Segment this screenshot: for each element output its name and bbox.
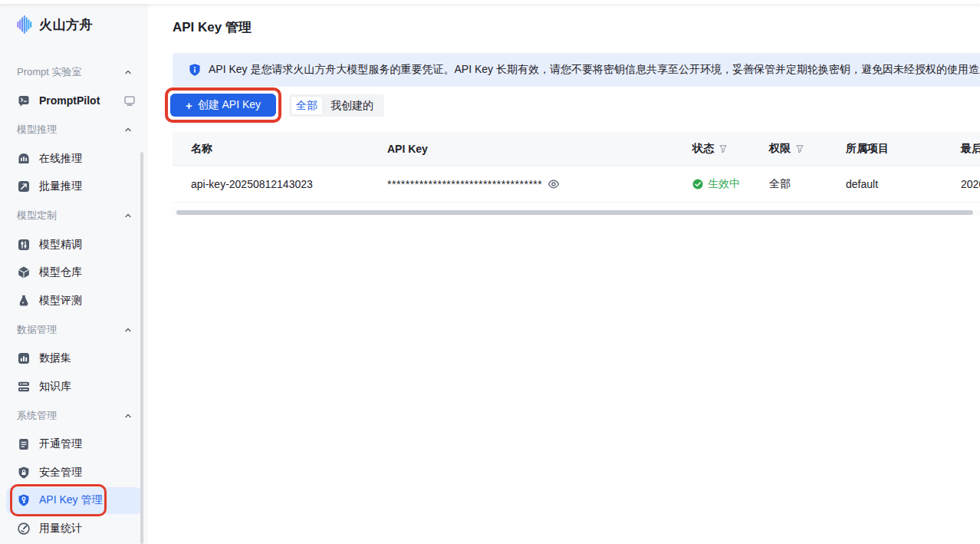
shield-key-icon — [17, 493, 31, 507]
owner-filter-tabs: 全部 我创建的 — [289, 94, 384, 117]
chevron-up-icon — [123, 125, 133, 134]
sidebar-item-label: 开通管理 — [39, 437, 136, 451]
terminal-chat-icon — [17, 94, 31, 107]
sidebar-item-label: 模型精调 — [39, 238, 136, 252]
sidebar-item-label: 批量推理 — [39, 180, 136, 193]
api-key-table: 名称 API Key 状态 权限 所属项目 最后 api-key-2025081… — [173, 132, 980, 203]
sidebar-item-batch-inference[interactable]: 批量推理 — [0, 173, 148, 201]
create-api-key-button-wrap: + 创建 API Key — [170, 94, 276, 117]
sidebar-item-api-key-mgmt[interactable]: API Key 管理 — [6, 487, 142, 514]
cube-icon — [17, 265, 31, 279]
column-header-last-time: 最后 — [949, 132, 980, 165]
sidebar-item-dataset[interactable]: 数据集 — [0, 345, 148, 373]
rocket-icon — [17, 180, 31, 193]
bar-chart-icon — [17, 351, 31, 365]
cell-status: 生效中 — [680, 166, 757, 202]
cell-permission: 全部 — [757, 166, 834, 202]
tab-created-by-me[interactable]: 我创建的 — [322, 97, 382, 114]
sidebar-item-model-eval[interactable]: 模型评测 — [0, 287, 148, 315]
gauge-icon — [17, 522, 31, 536]
sidebar-section-model-custom[interactable]: 模型定制 — [0, 201, 148, 231]
section-label: Prompt 实验室 — [17, 65, 82, 79]
column-header-api-key: API Key — [375, 132, 680, 165]
sidebar-item-label: 用量统计 — [39, 522, 136, 536]
sidebar-item-label: API Key 管理 — [39, 493, 130, 507]
shield-info-icon — [188, 63, 202, 77]
banner-text: API Key 是您请求火山方舟大模型服务的重要凭证。API Key 长期有效，… — [209, 63, 980, 77]
column-header-project: 所属项目 — [834, 132, 949, 165]
eye-icon[interactable] — [548, 178, 560, 190]
sidebar-nav: Prompt 实验室 PromptPilot 模型推理 在线推理 批量推理 — [0, 49, 148, 542]
sidebar-item-label: PromptPilot — [39, 94, 123, 107]
sliders-icon — [17, 238, 31, 252]
sidebar-item-label: 数据集 — [39, 351, 136, 365]
flask-icon — [17, 294, 31, 308]
chevron-up-icon — [123, 325, 133, 335]
monitor-icon[interactable] — [123, 94, 136, 107]
create-api-key-button[interactable]: + 创建 API Key — [170, 94, 276, 117]
main-content: API Key 管理 API Key 是您请求火山方舟大模型服务的重要凭证。AP… — [148, 0, 980, 544]
sidebar-item-security-mgmt[interactable]: 安全管理 — [0, 459, 148, 487]
sidebar-item-label: 安全管理 — [39, 466, 136, 480]
check-circle-icon — [692, 179, 703, 190]
sidebar: 火山方舟 Prompt 实验室 PromptPilot 模型推理 在线推理 — [0, 0, 148, 544]
clipboard-icon — [17, 437, 31, 451]
cell-project: default — [834, 166, 949, 202]
tab-all[interactable]: 全部 — [291, 97, 322, 114]
column-header-status: 状态 — [680, 132, 757, 165]
sidebar-scrollbar[interactable] — [140, 152, 143, 544]
column-header-name: 名称 — [173, 132, 375, 165]
table-row: api-key-20250812143023 *****************… — [173, 166, 980, 203]
sidebar-item-online-inference[interactable]: 在线推理 — [0, 145, 148, 173]
brand: 火山方舟 — [0, 0, 148, 49]
cell-api-key: ********************************** — [375, 166, 680, 202]
horizontal-scrollbar-thumb[interactable] — [176, 210, 973, 215]
sidebar-item-label: 知识库 — [39, 380, 136, 394]
sidebar-item-label: 在线推理 — [39, 152, 136, 166]
page-title: API Key 管理 — [173, 18, 252, 36]
bank-icon — [17, 152, 31, 166]
sidebar-section-prompt-lab[interactable]: Prompt 实验室 — [0, 57, 148, 87]
info-banner: API Key 是您请求火山方舟大模型服务的重要凭证。API Key 长期有效，… — [173, 53, 980, 87]
status-badge: 生效中 — [708, 177, 740, 191]
server-icon — [17, 380, 31, 394]
plus-icon: + — [186, 100, 192, 111]
cell-key-name: api-key-20250812143023 — [173, 166, 375, 202]
table-header-row: 名称 API Key 状态 权限 所属项目 最后 — [173, 132, 980, 166]
create-api-key-label: 创建 API Key — [198, 98, 261, 112]
filter-funnel-icon[interactable] — [795, 144, 804, 153]
sidebar-section-model-inference[interactable]: 模型推理 — [0, 115, 148, 145]
section-label: 数据管理 — [17, 323, 57, 337]
top-shadow-divider — [0, 0, 980, 4]
chevron-up-icon — [123, 411, 133, 420]
cell-last-time: 2026 — [949, 166, 980, 202]
chevron-up-icon — [123, 211, 133, 220]
waveform-logo-icon — [17, 15, 32, 35]
filter-funnel-icon[interactable] — [719, 144, 728, 153]
sidebar-item-label: 模型仓库 — [39, 265, 136, 279]
column-header-permission: 权限 — [757, 132, 834, 165]
sidebar-item-label: 模型评测 — [39, 294, 136, 308]
brand-name: 火山方舟 — [39, 16, 93, 34]
app-window: 火山方舟 Prompt 实验室 PromptPilot 模型推理 在线推理 — [0, 0, 980, 544]
sidebar-item-knowledge-base[interactable]: 知识库 — [0, 373, 148, 401]
section-label: 模型推理 — [17, 123, 57, 137]
sidebar-item-model-repo[interactable]: 模型仓库 — [0, 259, 148, 287]
masked-api-key: ********************************** — [387, 178, 542, 190]
chevron-up-icon — [123, 68, 133, 77]
section-label: 系统管理 — [17, 409, 57, 423]
sidebar-item-activation-mgmt[interactable]: 开通管理 — [0, 430, 148, 459]
section-label: 模型定制 — [17, 209, 57, 223]
sidebar-section-system-mgmt[interactable]: 系统管理 — [0, 401, 148, 430]
sidebar-item-model-finetune[interactable]: 模型精调 — [0, 231, 148, 259]
sidebar-section-data-mgmt[interactable]: 数据管理 — [0, 315, 148, 345]
sidebar-item-usage-stats[interactable]: 用量统计 — [0, 515, 148, 543]
sidebar-item-promptpilot[interactable]: PromptPilot — [0, 87, 148, 115]
shield-lock-icon — [17, 466, 31, 480]
